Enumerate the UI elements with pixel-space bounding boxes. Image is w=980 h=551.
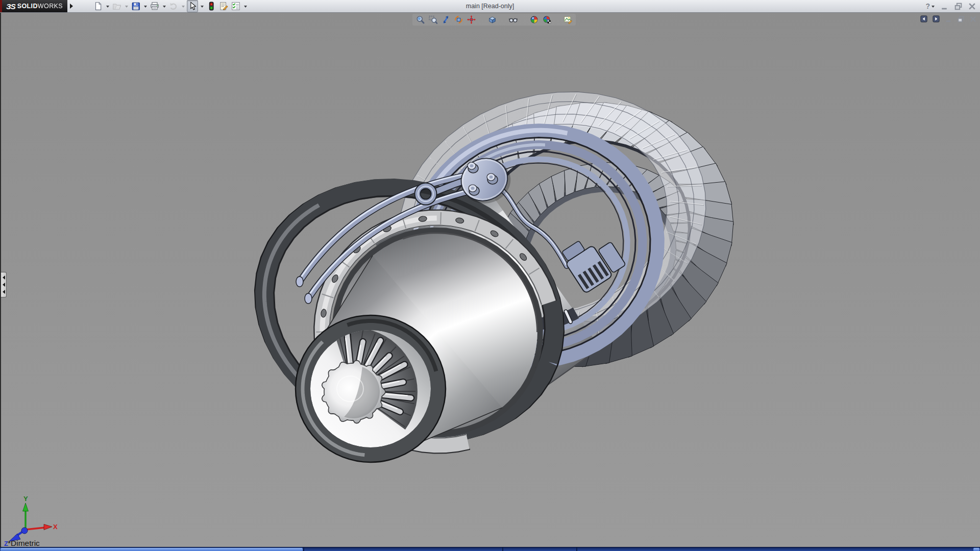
taskbar-button-segment[interactable] (503, 547, 576, 551)
pane-expand-right-button[interactable] (932, 15, 940, 23)
undo-button[interactable] (168, 0, 179, 12)
rotate-view-icon (454, 15, 463, 24)
title-window-controls: ? (925, 0, 977, 12)
feature-pane-collapsed-tab[interactable] (1, 272, 7, 297)
realview-icon (543, 15, 551, 24)
save-button-dropdown[interactable] (144, 6, 147, 9)
minimize-icon (945, 15, 952, 23)
select-cursor-icon (188, 2, 197, 11)
new-document-button-dropdown[interactable] (106, 6, 109, 9)
save-icon (131, 2, 140, 11)
help-dropdown[interactable] (932, 6, 935, 9)
minimize-icon (940, 2, 949, 11)
rebuild-button[interactable] (206, 0, 217, 12)
chevron-left-icon (1, 290, 5, 294)
apply-scene-icon (530, 15, 538, 24)
rebuild-icon (207, 2, 216, 11)
help-glyph: ? (925, 2, 930, 10)
file-properties-icon (219, 2, 228, 11)
rotate-view-button[interactable] (454, 15, 463, 24)
title-bar: ЗS SOLIDWORKS main [Read-only] ? (0, 0, 980, 13)
close-button[interactable] (967, 1, 977, 11)
chevron-left-icon (1, 276, 5, 280)
zoom-to-fit-button[interactable] (415, 15, 425, 24)
taskbar-tray-edge[interactable] (973, 547, 980, 551)
save-button[interactable] (130, 0, 141, 12)
triad-x-label: X (53, 523, 58, 531)
edit-appearance-icon (564, 15, 572, 24)
apply-scene-button[interactable] (529, 15, 539, 24)
options-button-dropdown[interactable] (244, 6, 247, 9)
new-document-button[interactable] (92, 0, 104, 12)
graphics-viewport[interactable]: YXZ *Dimetric (0, 13, 980, 547)
doc-close-button[interactable] (969, 15, 977, 23)
select-button[interactable] (187, 0, 198, 12)
restore-button[interactable] (953, 1, 963, 11)
pan-button[interactable] (467, 15, 476, 24)
taskbar-button-segment[interactable] (304, 547, 502, 551)
undo-button-dropdown[interactable] (182, 6, 185, 9)
triad-y-label: Y (23, 495, 28, 503)
toolbar-flyout-arrow[interactable] (68, 2, 75, 11)
chevron-left-icon (1, 283, 5, 287)
solidworks-logo-text: SOLIDWORKS (17, 3, 63, 10)
undo-icon (169, 2, 178, 11)
main-toolbar (92, 0, 248, 12)
zoom-in-out-icon (442, 15, 450, 24)
taskbar-strip (0, 547, 980, 551)
open-button[interactable] (111, 0, 122, 12)
pane-right-icon (933, 15, 940, 22)
help-button[interactable]: ? (925, 1, 936, 11)
solidworks-logo-mark: ЗS (6, 2, 15, 11)
flyout-arrow-icon (69, 3, 74, 9)
view-toolbar (412, 14, 576, 26)
taskbar-button-segment[interactable] (0, 547, 303, 551)
pan-icon (467, 15, 476, 24)
print-icon (150, 2, 159, 11)
zoom-to-area-icon (429, 15, 437, 24)
restore-icon (957, 15, 965, 23)
print-button[interactable] (149, 0, 160, 12)
doc-minimize-button[interactable] (944, 15, 952, 23)
zoom-to-fit-icon (416, 15, 425, 24)
new-document-icon (93, 2, 103, 11)
print-button-dropdown[interactable] (163, 6, 166, 9)
pane-collapse-left-button[interactable] (920, 15, 928, 23)
viewport-3d-canvas[interactable]: YXZ (1, 13, 980, 551)
document-window-controls (920, 15, 977, 23)
options-icon (231, 2, 240, 11)
view-orientation-icon (509, 15, 518, 24)
view-orientation-button[interactable] (508, 15, 518, 24)
realview-button[interactable] (542, 15, 552, 24)
doc-restore-button[interactable] (957, 15, 965, 23)
restore-icon (954, 2, 963, 11)
solidworks-window: ЗS SOLIDWORKS main [Read-only] ? YXZ *Di… (0, 0, 980, 551)
display-style-icon (488, 15, 497, 24)
minimize-button[interactable] (939, 1, 949, 11)
display-style-button[interactable] (487, 15, 497, 24)
select-button-dropdown[interactable] (201, 6, 204, 9)
zoom-in-out-button[interactable] (441, 15, 451, 24)
close-icon (969, 15, 977, 23)
file-properties-button[interactable] (218, 0, 229, 12)
taskbar-button-segment[interactable] (577, 547, 973, 551)
open-button-dropdown[interactable] (125, 6, 128, 9)
open-folder-icon (112, 2, 121, 11)
pane-left-icon (920, 15, 927, 22)
close-icon (968, 2, 976, 11)
options-button[interactable] (230, 0, 241, 12)
zoom-to-area-button[interactable] (428, 15, 438, 24)
solidworks-logo: ЗS SOLIDWORKS (0, 0, 67, 12)
edit-appearance-button[interactable] (563, 15, 573, 24)
